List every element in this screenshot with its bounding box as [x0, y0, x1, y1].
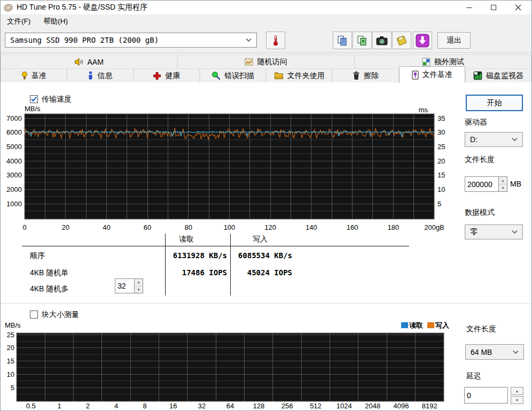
data-mode-select[interactable]: 零 [465, 224, 523, 239]
tab-aam[interactable]: AAM [1, 55, 177, 68]
axis-tick-label: 4 [114, 402, 118, 410]
chevron-down-icon [512, 230, 518, 234]
start-button[interactable]: 开始 [466, 95, 523, 111]
axis-tick-label: 256 [281, 402, 293, 410]
axis-tick-label: 25 [437, 143, 445, 151]
tab-label: 基准 [32, 71, 46, 81]
tab-folder-usage[interactable]: 文件夹使用 [266, 68, 332, 82]
axis-tick-label: 15 [437, 171, 445, 179]
tabrow-bottom: 基准 信息 健康 错误扫描 文件夹 [1, 68, 531, 83]
random-single-write-value: 45024 IOPS [233, 268, 292, 277]
drive-label: 驱动器 [465, 118, 487, 127]
tab-disk-monitor[interactable]: 磁盘监视器 [465, 68, 531, 82]
tab-benchmark[interactable]: 基准 [1, 68, 67, 82]
axis-tick-label: 5000 [6, 143, 22, 151]
copy-text-button[interactable] [333, 32, 352, 49]
titlebar: HD Tune Pro 5.75 - 硬盘/SSD 实用程序 [1, 1, 531, 15]
screenshot-button[interactable] [372, 32, 392, 49]
spin-up-icon[interactable]: ▲ [499, 177, 507, 184]
file-length-unit: MB [510, 180, 521, 188]
table-rule-horizontal [22, 246, 409, 246]
axis-tick-label: 4096 [394, 402, 409, 410]
axis-tick-label: 1000 [6, 200, 22, 208]
tab-erase[interactable]: 擦除 [332, 68, 398, 82]
random-access-icon [245, 58, 253, 66]
tab-health[interactable]: 健康 [134, 68, 200, 82]
block-size-checkbox[interactable] [30, 311, 38, 319]
file-length2-value: 64 MB [471, 348, 492, 356]
tab-label: 文件基准 [423, 70, 452, 80]
axis-tick-label: 8192 [422, 402, 437, 410]
file-benchmark-panel: 传输速度 70006000500040003000200010003530252… [1, 82, 531, 410]
file-length2-select[interactable]: 64 MB [465, 344, 524, 360]
tab-label: 磁盘监视器 [486, 71, 523, 81]
tab-error-scan[interactable]: 错误扫描 [200, 68, 266, 82]
axis-tick-label: 0.5 [26, 402, 36, 410]
file-length-value[interactable]: 200000 [465, 176, 499, 192]
latency-input[interactable]: 0 [464, 387, 508, 404]
menu-file[interactable]: 文件(F) [1, 14, 37, 28]
file-length-spin-buttons[interactable]: ▲ ▼ [499, 176, 507, 192]
toolbar: Samsung SSD 990 PRO 2TB (2000 gB) — [1, 28, 531, 53]
axis-tick-label: 35 [437, 114, 445, 122]
axis-tick-label: MB/s [5, 321, 21, 329]
tab-info[interactable]: 信息 [67, 68, 133, 82]
save-results-button[interactable] [392, 32, 411, 49]
temperature-button[interactable] [266, 32, 285, 49]
file-benchmark-icon [412, 71, 419, 80]
chevron-down-icon [512, 137, 518, 142]
axis-tick-label: 0 [22, 223, 26, 231]
axis-tick-label: 1024 [337, 402, 352, 410]
copy-pages-green-icon [357, 35, 367, 46]
exit-button[interactable]: 退出 [437, 32, 471, 49]
tab-random-access[interactable]: 随机访问 [177, 55, 354, 68]
axis-tick-label: 120 [264, 223, 276, 231]
axis-tick-label: 5 [11, 384, 14, 392]
erase-icon [353, 71, 360, 80]
folder-icon [274, 72, 284, 80]
axis-tick-label: 4000 [6, 157, 22, 165]
extra-tests-icon [422, 58, 431, 66]
file-length-label: 文件长度 [465, 155, 495, 165]
random-single-read-value: 17486 IOPS [167, 268, 227, 277]
axis-tick-label: 25 [7, 331, 14, 339]
table-rule-vertical [165, 234, 166, 296]
close-icon [515, 4, 521, 11]
file-length-spinner[interactable]: 200000 ▲ ▼ [465, 176, 507, 192]
spin-down-icon[interactable]: ▼ [499, 184, 507, 191]
file-length2-label: 文件长度 [466, 324, 496, 334]
queue-depth-spinner[interactable]: 32 ▲ ▼ [115, 278, 143, 293]
tab-label: 擦除 [364, 71, 379, 81]
queue-depth-spin-buttons[interactable]: ▲ ▼ [135, 278, 143, 293]
axis-tick-label: 32 [198, 402, 205, 410]
axis-tick-label: 80 [185, 223, 192, 231]
axis-tick-label: 8 [143, 402, 146, 410]
minimize-icon [466, 7, 472, 8]
spin-up-icon[interactable]: ▲ [135, 279, 143, 286]
transfer-speed-checkbox[interactable] [30, 95, 38, 103]
maximize-button[interactable] [481, 1, 506, 14]
capture-button[interactable] [413, 32, 432, 49]
window-controls [457, 1, 530, 14]
latency-spin-up[interactable]: ▲ [511, 387, 523, 395]
transfer-speed-label: 传输速度 [42, 95, 72, 104]
drive-select-value: D: [470, 135, 478, 144]
sequential-read-value: 6131928 KB/s [167, 251, 227, 260]
benchmark-icon [21, 71, 28, 80]
device-select[interactable]: Samsung SSD 990 PRO 2TB (2000 gB) [5, 33, 257, 48]
axis-tick-label: 40 [103, 223, 110, 231]
drive-select[interactable]: D: [465, 132, 523, 147]
tab-file-benchmark[interactable]: 文件基准 [399, 66, 465, 83]
queue-depth-value[interactable]: 32 [115, 278, 135, 293]
section-divider [1, 303, 531, 304]
tab-label: 随机访问 [257, 57, 287, 67]
copy-image-button[interactable] [353, 32, 372, 49]
close-button[interactable] [506, 1, 530, 14]
spin-down-icon[interactable]: ▼ [135, 286, 143, 293]
camera-icon [376, 36, 388, 45]
minimize-button[interactable] [457, 1, 481, 14]
disk-monitor-icon [473, 71, 482, 80]
axis-tick-label: 1 [57, 402, 61, 410]
latency-spin-down[interactable]: ▼ [511, 396, 523, 404]
menu-help[interactable]: 帮助(H) [37, 14, 74, 28]
